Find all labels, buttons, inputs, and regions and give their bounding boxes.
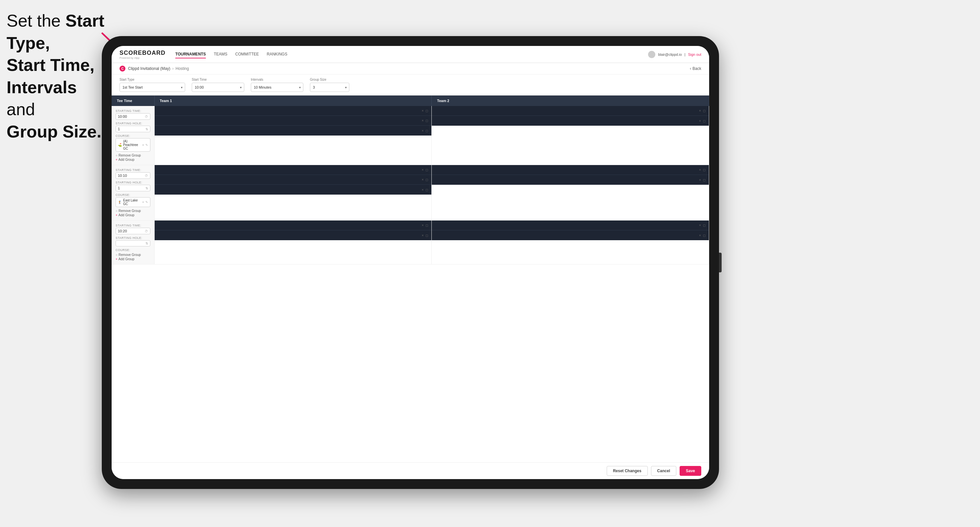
remove-group-link-2[interactable]: ○ Remove Group bbox=[116, 253, 150, 257]
team1-player-input-2-1[interactable] bbox=[158, 233, 422, 237]
team1-player-input-1-0[interactable] bbox=[158, 168, 422, 171]
action-links-1: ○ Remove Group + Add Group bbox=[116, 209, 150, 217]
logo-sub: Powered by clipp bbox=[119, 56, 165, 59]
team2-player-edit-2-0[interactable]: ◻ bbox=[703, 224, 706, 227]
add-group-link-0[interactable]: + Add Group bbox=[116, 158, 150, 162]
start-time-select-wrap: 10:00 bbox=[192, 83, 244, 92]
course-remove-0[interactable]: × bbox=[142, 143, 144, 147]
team2-player-0-0: × ◻ bbox=[432, 106, 709, 116]
team2-player-remove-1-0[interactable]: × bbox=[699, 168, 701, 171]
breadcrumb-section: Hosting bbox=[176, 66, 189, 71]
nav-tournaments[interactable]: TOURNAMENTS bbox=[175, 51, 206, 59]
course-edit-0[interactable]: ✎ bbox=[145, 143, 148, 147]
team1-player-edit-0-1[interactable]: ◻ bbox=[425, 119, 428, 122]
annotation-text: Set the Start Type,Start Time,Intervals … bbox=[6, 10, 108, 143]
start-type-select[interactable]: 1st Tee Start bbox=[119, 83, 185, 92]
back-button[interactable]: ‹ Back bbox=[690, 66, 701, 71]
starting-time-label-2: STARTING TIME: bbox=[116, 224, 150, 227]
team1-player-edit-1-1[interactable]: ◻ bbox=[425, 178, 428, 181]
team1-player-edit-2-1[interactable]: ◻ bbox=[425, 233, 428, 237]
group-size-field: Group Size 3 bbox=[310, 78, 349, 92]
starting-hole-value-2[interactable]: ⇅ bbox=[116, 240, 150, 246]
nav-rankings[interactable]: RANKINGS bbox=[267, 51, 287, 59]
team2-player-remove-2-0[interactable]: × bbox=[699, 224, 701, 227]
team2-player-input-2-0[interactable] bbox=[435, 224, 699, 227]
team1-player-actions-2-0: × ◻ bbox=[422, 224, 428, 227]
team2-player-input-1-1[interactable] bbox=[435, 178, 699, 182]
team2-player-input-0-1[interactable] bbox=[435, 119, 699, 123]
course-edit-1[interactable]: ✎ bbox=[145, 200, 148, 204]
save-button[interactable]: Save bbox=[679, 466, 701, 476]
team1-player-remove-2-1[interactable]: × bbox=[422, 233, 423, 237]
team1-player-2-0: × ◻ bbox=[154, 221, 432, 230]
team1-player-remove-0-0[interactable]: × bbox=[422, 109, 423, 113]
starting-hole-label-0: STARTING HOLE: bbox=[116, 122, 150, 125]
team1-player-edit-1-0[interactable]: ◻ bbox=[425, 168, 428, 171]
nav-sign-out[interactable]: Sign out bbox=[688, 52, 701, 56]
team1-player-input-1-1[interactable] bbox=[158, 178, 422, 181]
team2-player-remove-2-1[interactable]: × bbox=[699, 233, 701, 237]
breadcrumb-logo: C bbox=[119, 66, 126, 71]
team2-player-remove-1-1[interactable]: × bbox=[699, 178, 701, 182]
team1-player-input-0-2[interactable] bbox=[158, 129, 422, 133]
start-time-select[interactable]: 10:00 bbox=[192, 83, 244, 92]
team1-player-remove-0-1[interactable]: × bbox=[422, 119, 423, 122]
team1-player-input-1-2[interactable] bbox=[158, 188, 422, 192]
team1-player-remove-1-1[interactable]: × bbox=[422, 178, 423, 181]
team2-player-remove-0-1[interactable]: × bbox=[699, 119, 701, 123]
team1-player-1-1: × ◻ bbox=[154, 175, 432, 185]
team1-player-1-0: × ◻ bbox=[154, 165, 432, 175]
cancel-button[interactable]: Cancel bbox=[651, 466, 676, 476]
team1-player-remove-1-2[interactable]: × bbox=[422, 188, 423, 192]
team1-player-input-0-0[interactable] bbox=[158, 109, 422, 113]
intervals-select[interactable]: 10 Minutes bbox=[251, 83, 303, 92]
nav-committee[interactable]: COMMITTEE bbox=[235, 51, 259, 59]
starting-time-value-1[interactable]: 10:10 ⏱ bbox=[116, 172, 150, 179]
reset-changes-button[interactable]: Reset Changes bbox=[607, 466, 648, 476]
group-row-2: STARTING TIME: 10:20 ⏱ STARTING HOLE: ⇅ … bbox=[111, 221, 709, 265]
team2-player-edit-0-0[interactable]: ◻ bbox=[703, 109, 706, 113]
breadcrumb-tournament[interactable]: Clippd Invitational (May) bbox=[128, 66, 170, 71]
starting-hole-value-0[interactable]: 1 ⇅ bbox=[116, 126, 150, 132]
team1-player-0-0: × ◻ bbox=[154, 106, 432, 116]
team1-player-input-2-0[interactable] bbox=[158, 224, 422, 227]
starting-time-label-1: STARTING TIME: bbox=[116, 168, 150, 171]
intervals-select-wrap: 10 Minutes bbox=[251, 83, 303, 92]
tee-time-col-0: STARTING TIME: 10:00 ⏱ STARTING HOLE: 1 … bbox=[111, 106, 154, 165]
team1-player-edit-0-2[interactable]: ◻ bbox=[425, 129, 428, 133]
team2-cell-0: × ◻ × ◻ bbox=[432, 106, 709, 165]
team2-player-remove-0-0[interactable]: × bbox=[699, 109, 701, 113]
team2-player-edit-0-1[interactable]: ◻ bbox=[703, 119, 706, 123]
team2-player-input-1-0[interactable] bbox=[435, 168, 699, 171]
course-remove-1[interactable]: × bbox=[142, 200, 144, 204]
team1-player-input-0-1[interactable] bbox=[158, 119, 422, 122]
team1-player-actions-0-1: × ◻ bbox=[422, 119, 428, 122]
starting-time-value-0[interactable]: 10:00 ⏱ bbox=[116, 113, 150, 120]
team1-player-actions-0-0: × ◻ bbox=[422, 109, 428, 113]
nav-teams[interactable]: TEAMS bbox=[214, 51, 227, 59]
starting-hole-value-1[interactable]: 1 ⇅ bbox=[116, 185, 150, 191]
remove-group-link-1[interactable]: ○ Remove Group bbox=[116, 209, 150, 213]
team2-player-input-0-0[interactable] bbox=[435, 109, 699, 113]
starting-hole-label-2: STARTING HOLE: bbox=[116, 236, 150, 240]
team2-cell-2: × ◻ × ◻ bbox=[432, 221, 709, 265]
team1-player-remove-1-0[interactable]: × bbox=[422, 168, 423, 171]
team2-player-edit-2-1[interactable]: ◻ bbox=[703, 233, 706, 237]
team2-player-actions-1-0: × ◻ bbox=[699, 168, 706, 171]
team1-player-remove-0-2[interactable]: × bbox=[422, 129, 423, 133]
team2-player-edit-1-0[interactable]: ◻ bbox=[703, 168, 706, 171]
starting-time-value-2[interactable]: 10:20 ⏱ bbox=[116, 228, 150, 234]
add-group-link-1[interactable]: + Add Group bbox=[116, 213, 150, 217]
group-size-select[interactable]: 3 bbox=[310, 83, 349, 92]
team2-player-input-2-1[interactable] bbox=[435, 233, 699, 237]
team1-cell-2: × ◻ × ◻ bbox=[154, 221, 432, 265]
remove-group-link-0[interactable]: ○ Remove Group bbox=[116, 154, 150, 157]
add-group-link-2[interactable]: + Add Group bbox=[116, 257, 150, 261]
team2-player-actions-2-1: × ◻ bbox=[699, 233, 706, 237]
footer-bar: Reset Changes Cancel Save bbox=[111, 462, 709, 479]
team2-player-edit-1-1[interactable]: ◻ bbox=[703, 178, 706, 182]
team1-player-edit-2-0[interactable]: ◻ bbox=[425, 224, 428, 227]
team1-player-edit-0-0[interactable]: ◻ bbox=[425, 109, 428, 113]
team1-player-edit-1-2[interactable]: ◻ bbox=[425, 188, 428, 192]
team1-player-remove-2-0[interactable]: × bbox=[422, 224, 423, 227]
